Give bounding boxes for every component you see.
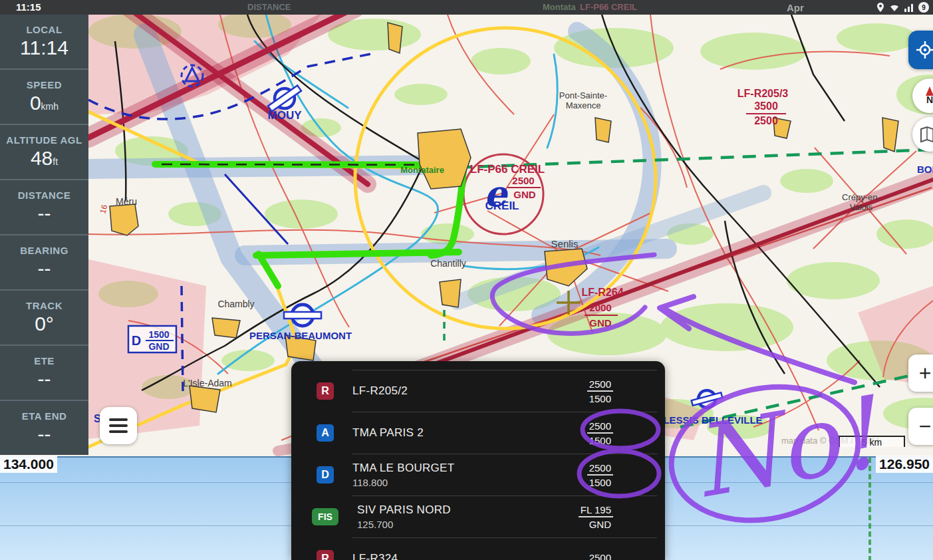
- airspace-class-badge: FIS: [312, 508, 338, 525]
- altitude-limits: 2500: [587, 552, 613, 560]
- label-isle-adam: L'Isle-Adam: [183, 378, 231, 388]
- scale-bar: 5 km: [839, 436, 904, 448]
- svg-text:2500: 2500: [512, 175, 534, 186]
- airspace-row-lf-r205-2[interactable]: R LF-R205/2 25001500: [291, 370, 665, 412]
- folded-map-icon: [920, 126, 933, 143]
- airspace-class-badge: R: [317, 550, 334, 560]
- status-icons: 9: [876, 1, 929, 13]
- label-lf-r264: LF-R264: [581, 287, 623, 298]
- label-lf-r205-3: LF-R205/3: [737, 88, 789, 99]
- label-montataire: Montataire: [400, 165, 444, 175]
- hamburger-icon: [109, 418, 128, 421]
- svg-text:GND: GND: [513, 189, 536, 200]
- flight-data-sidebar: LOCAL 11:14 SPEED 0kmh ALTITUDE AGL 48ft…: [0, 15, 88, 455]
- airspace-class-badge: A: [317, 424, 334, 442]
- zoom-in-button[interactable]: +: [908, 354, 933, 392]
- frequency-chip-right[interactable]: 126.950: [876, 456, 933, 473]
- airspace-info-panel[interactable]: R LF-R205/2 25001500 A TMA PARIS 2 25001…: [291, 361, 665, 560]
- svg-text:2000: 2000: [589, 302, 611, 313]
- label-persan: PERSAN-BEAUMONT: [249, 330, 352, 341]
- metric-track: TRACK 0°: [0, 289, 88, 345]
- label-creil: CREIL: [485, 200, 519, 212]
- label-chambly: Chambly: [217, 299, 254, 309]
- airspace-class-badge: D: [317, 466, 334, 484]
- label-pont-sainte-2: Maxence: [566, 100, 601, 110]
- locate-button[interactable]: [908, 31, 933, 69]
- svg-text:D: D: [132, 333, 141, 348]
- airspace-row-siv-paris-nord[interactable]: FIS SIV PARIS NORD125.700 FL 195GND: [291, 496, 665, 537]
- label-senlis: Senlis: [551, 238, 579, 249]
- signal-icon: [904, 3, 914, 12]
- label-plessis: PLESSIS BELLEVILLE: [656, 414, 762, 426]
- label-meru: Méru: [116, 196, 137, 207]
- ghost-label: DISTANCE: [247, 2, 291, 12]
- label-chantilly: Chantilly: [430, 258, 466, 269]
- ghost-label: Montata: [543, 2, 576, 12]
- class-d-altitude-box: D 1500 GND: [128, 326, 176, 352]
- airspace-row-tma-le-bourget[interactable]: D TMA LE BOURGET118.800 25001500: [291, 454, 665, 495]
- altitude-limits: 25001500: [587, 420, 613, 446]
- airspace-row-lf-r324[interactable]: R LF-R324 2500: [291, 538, 665, 560]
- battery-icon: 9: [918, 2, 929, 13]
- airspace-row-tma-paris-2[interactable]: A TMA PARIS 2 25001500: [291, 412, 665, 454]
- menu-button[interactable]: [100, 407, 137, 444]
- svg-text:3500: 3500: [754, 100, 778, 112]
- gps-target-icon: [916, 41, 933, 59]
- label-crepy-1: Crépy-en-: [842, 192, 880, 202]
- metric-local: LOCAL 11:14: [0, 15, 88, 69]
- zoom-out-button[interactable]: −: [908, 408, 933, 445]
- svg-text:GND: GND: [148, 341, 169, 352]
- label-lf-p66: LF-P66 CREIL: [470, 163, 545, 176]
- altitude-limits: 25001500: [587, 378, 613, 404]
- ghost-label: Apr: [787, 2, 804, 13]
- svg-text:GND: GND: [589, 317, 612, 329]
- scale-label: 5 km: [862, 437, 882, 448]
- svg-text:2500: 2500: [754, 115, 778, 126]
- status-time: 11:15: [16, 1, 41, 13]
- label-mouy: MOUY: [268, 109, 303, 122]
- metric-eta-end: ETA END --: [0, 400, 88, 455]
- label-pont-sainte-1: Pont-Sainte-: [559, 90, 607, 100]
- ghost-label: LF-P66 CREIL: [580, 2, 637, 12]
- frequency-chip-left[interactable]: 134.000: [0, 456, 57, 473]
- metric-ete: ETE --: [0, 345, 88, 400]
- airspace-class-badge: R: [317, 382, 334, 400]
- metric-speed: SPEED 0kmh: [0, 69, 88, 124]
- label-bonn: BONN: [917, 164, 933, 175]
- altitude-limits: FL 195GND: [579, 504, 613, 530]
- wifi-icon: [889, 3, 900, 12]
- metric-altitude-agl: ALTITUDE AGL 48ft: [0, 124, 88, 179]
- metric-bearing: BEARING --: [0, 234, 88, 289]
- status-bar: 11:15 DISTANCE Montata LF-P66 CREIL Apr …: [0, 0, 933, 15]
- svg-text:1500: 1500: [148, 329, 169, 340]
- metric-distance: DISTANCE --: [0, 179, 88, 234]
- north-label: N: [926, 94, 933, 105]
- location-pin-icon: [876, 2, 884, 13]
- app-screen: e MOUY CREIL Montataire Pont-Sainte- Max…: [0, 0, 933, 560]
- profile-position-line: [868, 458, 871, 560]
- altitude-limits: 25001500: [587, 462, 613, 488]
- label-crepy-2: Valois: [850, 202, 873, 212]
